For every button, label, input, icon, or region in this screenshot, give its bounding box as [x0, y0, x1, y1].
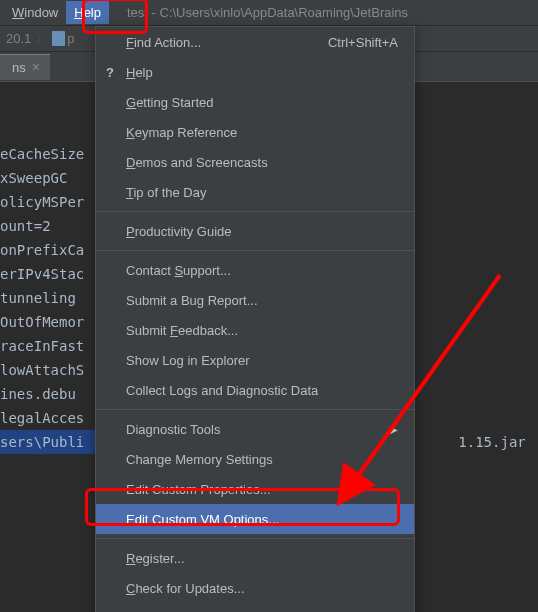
tab-label: ns [12, 60, 26, 75]
menu-collect-logs[interactable]: Collect Logs and Diagnostic Data [96, 375, 414, 405]
menu-submit-bug[interactable]: Submit a Bug Report... [96, 285, 414, 315]
menu-demos[interactable]: Demos and Screencasts [96, 147, 414, 177]
menu-contact-support[interactable]: Contact Support... [96, 255, 414, 285]
editor-tab[interactable]: ns × [0, 54, 50, 80]
breadcrumb-sep: 〉 [35, 30, 48, 48]
menu-separator [96, 409, 414, 410]
menu-separator [96, 538, 414, 539]
menu-keymap-reference[interactable]: Keymap Reference [96, 117, 414, 147]
menu-submit-feedback[interactable]: Submit Feedback... [96, 315, 414, 345]
menu-window[interactable]: Window [4, 1, 66, 24]
menu-help[interactable]: Help [66, 1, 109, 24]
menu-tip-of-day[interactable]: Tip of the Day [96, 177, 414, 207]
file-icon [52, 31, 65, 46]
menu-register[interactable]: Register... [96, 543, 414, 573]
breadcrumb-part[interactable]: 20.1 [6, 31, 31, 46]
menubar: Window Help test - C:\Users\xinlo\AppDat… [0, 0, 538, 26]
menu-diagnostic-tools[interactable]: Diagnostic Tools ▶ [96, 414, 414, 444]
menu-show-log[interactable]: Show Log in Explorer [96, 345, 414, 375]
menu-change-memory[interactable]: Change Memory Settings [96, 444, 414, 474]
help-icon: ? [106, 65, 114, 80]
menu-help-item[interactable]: ? Help [96, 57, 414, 87]
menu-check-updates[interactable]: Check for Updates... [96, 573, 414, 603]
menu-separator [96, 211, 414, 212]
menu-productivity-guide[interactable]: Productivity Guide [96, 216, 414, 246]
menu-about[interactable]: About [96, 603, 414, 612]
menu-separator [96, 250, 414, 251]
menu-edit-properties[interactable]: Edit Custom Properties... [96, 474, 414, 504]
menu-getting-started[interactable]: Getting Started [96, 87, 414, 117]
help-menu: Find Action... Ctrl+Shift+A ? Help Getti… [95, 26, 415, 612]
window-title: test - C:\Users\xinlo\AppData\Roaming\Je… [127, 5, 408, 20]
chevron-right-icon: ▶ [390, 424, 398, 435]
close-icon[interactable]: × [32, 60, 40, 74]
menu-find-action[interactable]: Find Action... Ctrl+Shift+A [96, 27, 414, 57]
menu-edit-vm-options[interactable]: Edit Custom VM Options... [96, 504, 414, 534]
shortcut-label: Ctrl+Shift+A [328, 35, 398, 50]
breadcrumb-part[interactable]: p [67, 31, 74, 46]
